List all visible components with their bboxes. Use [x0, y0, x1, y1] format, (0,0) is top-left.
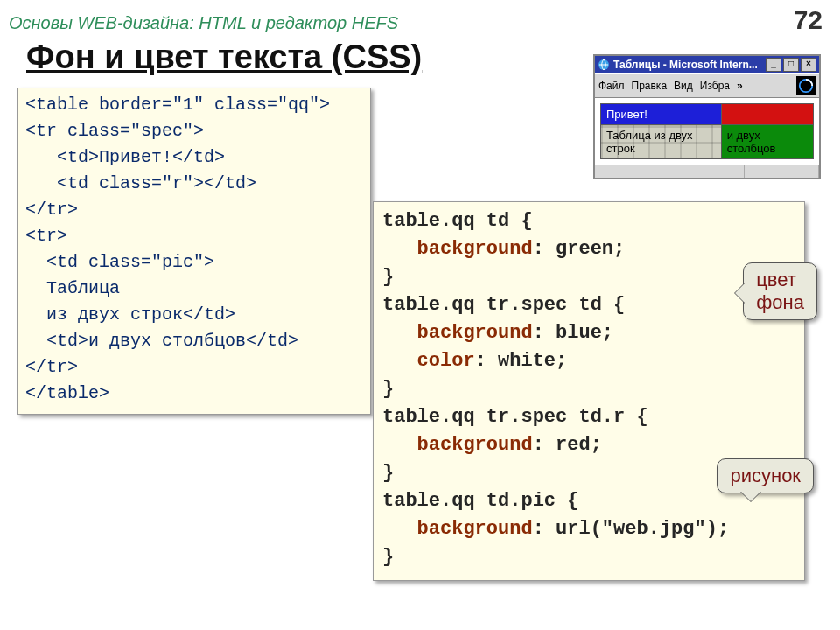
table-row: Привет!: [601, 104, 814, 125]
page-number: 72: [794, 5, 822, 35]
menu-file[interactable]: Файл: [598, 80, 625, 92]
table-row: Таблица из двух строк и двух столбцов: [601, 125, 814, 159]
menu-fav[interactable]: Избра: [700, 80, 730, 92]
callout-text: рисунок: [730, 465, 801, 486]
css-code-box: table.qq td { background: green;}table.q…: [373, 201, 805, 581]
menu-overflow-icon[interactable]: »: [737, 80, 743, 92]
cell-pic: Таблица из двух строк: [601, 125, 722, 159]
maximize-button[interactable]: □: [783, 58, 799, 72]
menu-edit[interactable]: Правка: [632, 80, 668, 92]
breadcrumb: Основы WEB-дизайна: HTML и редактор HEFS: [9, 13, 398, 33]
callout-tail-icon: [740, 491, 761, 512]
cell-hello: Привет!: [601, 104, 722, 125]
example-browser-window: Таблицы - Microsoft Intern... _ □ × Файл…: [593, 54, 821, 179]
demo-table: Привет! Таблица из двух строк и двух сто…: [600, 103, 814, 159]
ie-throbber-icon: [796, 76, 816, 95]
close-button[interactable]: ×: [801, 58, 816, 72]
callout-line1: цвет: [756, 269, 796, 290]
window-statusbar: [595, 164, 819, 178]
callout-picture: рисунок: [717, 458, 814, 494]
callout-tail-icon: [724, 283, 746, 304]
cell-red: [721, 104, 813, 125]
slide-title-text: Фон и цвет текста (CSS): [26, 38, 422, 75]
window-body: Привет! Таблица из двух строк и двух сто…: [595, 98, 819, 164]
callout-line2: фона: [756, 291, 804, 313]
window-titlebar: Таблицы - Microsoft Intern... _ □ ×: [595, 56, 819, 74]
window-title: Таблицы - Microsoft Intern...: [613, 59, 758, 71]
minimize-button[interactable]: _: [766, 58, 781, 72]
callout-bgcolor: цвет фона: [743, 262, 817, 320]
window-menu: Файл Правка Вид Избра »: [595, 74, 819, 98]
ie-icon: [598, 59, 610, 71]
cell-cols: и двух столбцов: [721, 125, 813, 159]
html-code-box: <table border="1" class="qq"> <tr class=…: [18, 88, 371, 415]
menu-view[interactable]: Вид: [674, 80, 693, 92]
